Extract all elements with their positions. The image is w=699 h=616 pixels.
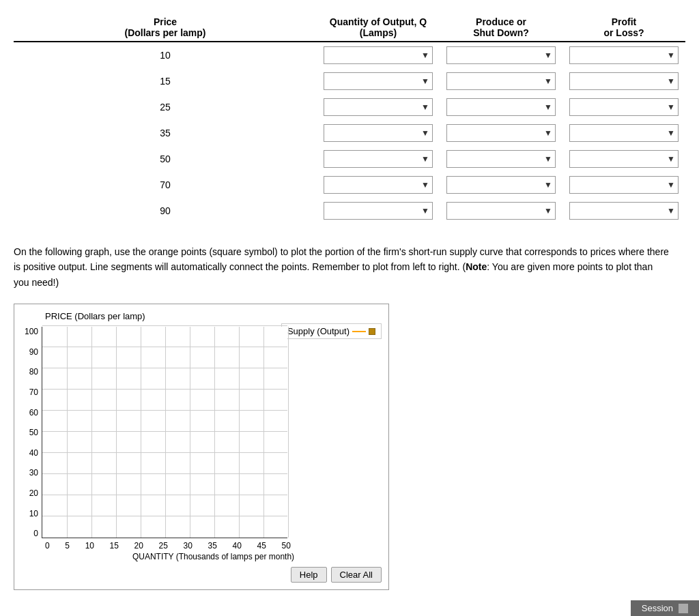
profit-dropdown[interactable]: ProfitLossBreak Even bbox=[570, 47, 678, 63]
x-label: 30 bbox=[184, 541, 192, 551]
quantity-dropdown[interactable]: 012345678910 bbox=[324, 99, 432, 115]
quantity-cell[interactable]: 012345678910▼ bbox=[317, 172, 440, 198]
y-label: 20 bbox=[21, 488, 38, 498]
session-label: Session bbox=[642, 603, 673, 604]
y-label: 0 bbox=[21, 529, 38, 538]
x-label: 0 bbox=[45, 541, 50, 551]
produce-cell[interactable]: ProduceShut Down▼ bbox=[440, 146, 562, 172]
grid-line-vertical bbox=[214, 327, 215, 538]
profit-cell[interactable]: ProfitLossBreak Even▼ bbox=[562, 120, 685, 146]
produce-dropdown[interactable]: ProduceShut Down bbox=[447, 99, 555, 115]
instruction-text: On the following graph, use the orange p… bbox=[14, 244, 669, 290]
price-cell: 10 bbox=[14, 42, 317, 68]
produce-dropdown[interactable]: ProduceShut Down bbox=[447, 47, 555, 63]
graph-container[interactable]: PRICE (Dollars per lamp) Supply (Output)… bbox=[14, 304, 389, 590]
profit-cell[interactable]: ProfitLossBreak Even▼ bbox=[562, 146, 685, 172]
x-label: 50 bbox=[282, 541, 291, 551]
col-header-profit: Profit or Loss? bbox=[562, 14, 685, 42]
graph-buttons: Help Clear All bbox=[21, 567, 382, 583]
x-label: 10 bbox=[85, 541, 94, 551]
grid-line-vertical bbox=[165, 327, 166, 538]
price-cell: 70 bbox=[14, 172, 317, 198]
profit-dropdown[interactable]: ProfitLossBreak Even bbox=[570, 73, 678, 89]
profit-cell[interactable]: ProfitLossBreak Even▼ bbox=[562, 68, 685, 94]
grid-line-vertical bbox=[190, 327, 190, 538]
x-label: 5 bbox=[65, 541, 70, 551]
y-label: 30 bbox=[21, 468, 38, 478]
x-label: 35 bbox=[208, 541, 217, 551]
quantity-dropdown[interactable]: 012345678910 bbox=[324, 177, 432, 193]
table-row: 70012345678910▼ProduceShut Down▼ProfitLo… bbox=[14, 172, 685, 198]
grid-line-vertical bbox=[67, 327, 68, 538]
y-label: 90 bbox=[21, 347, 38, 357]
table-row: 25012345678910▼ProduceShut Down▼ProfitLo… bbox=[14, 94, 685, 120]
clear-all-button[interactable]: Clear All bbox=[331, 567, 382, 583]
table-section: Price (Dollars per lamp) Quantity of Out… bbox=[14, 14, 685, 224]
col-header-price: Price (Dollars per lamp) bbox=[14, 14, 317, 42]
profit-dropdown[interactable]: ProfitLossBreak Even bbox=[570, 151, 678, 167]
data-table: Price (Dollars per lamp) Quantity of Out… bbox=[14, 14, 685, 224]
produce-cell[interactable]: ProduceShut Down▼ bbox=[440, 198, 562, 224]
grid-line-vertical bbox=[288, 327, 289, 538]
price-cell: 25 bbox=[14, 94, 317, 120]
y-label: 100 bbox=[21, 327, 38, 336]
profit-cell[interactable]: ProfitLossBreak Even▼ bbox=[562, 42, 685, 68]
profit-dropdown[interactable]: ProfitLossBreak Even bbox=[570, 203, 678, 219]
quantity-cell[interactable]: 012345678910▼ bbox=[317, 146, 440, 172]
chart-area: 0102030405060708090100 bbox=[21, 327, 382, 538]
produce-dropdown[interactable]: ProduceShut Down bbox=[447, 125, 555, 141]
quantity-cell[interactable]: 012345678910▼ bbox=[317, 68, 440, 94]
quantity-dropdown[interactable]: 012345678910 bbox=[324, 47, 432, 63]
quantity-dropdown[interactable]: 012345678910 bbox=[324, 125, 432, 141]
grid-line-vertical bbox=[116, 327, 117, 538]
session-bar: Session bbox=[631, 600, 699, 604]
produce-dropdown[interactable]: ProduceShut Down bbox=[447, 73, 555, 89]
quantity-cell[interactable]: 012345678910▼ bbox=[317, 94, 440, 120]
price-cell: 90 bbox=[14, 198, 317, 224]
produce-cell[interactable]: ProduceShut Down▼ bbox=[440, 120, 562, 146]
x-label: 40 bbox=[233, 541, 242, 551]
y-axis-labels: 0102030405060708090100 bbox=[21, 327, 42, 538]
chart-content[interactable] bbox=[42, 327, 382, 538]
profit-cell[interactable]: ProfitLossBreak Even▼ bbox=[562, 198, 685, 224]
price-cell: 50 bbox=[14, 146, 317, 172]
grid-line-vertical bbox=[239, 327, 240, 538]
table-row: 35012345678910▼ProduceShut Down▼ProfitLo… bbox=[14, 120, 685, 146]
profit-cell[interactable]: ProfitLossBreak Even▼ bbox=[562, 172, 685, 198]
profit-dropdown[interactable]: ProfitLossBreak Even bbox=[570, 125, 678, 141]
produce-cell[interactable]: ProduceShut Down▼ bbox=[440, 68, 562, 94]
help-button[interactable]: Help bbox=[291, 567, 327, 583]
quantity-dropdown[interactable]: 012345678910 bbox=[324, 203, 432, 219]
profit-dropdown[interactable]: ProfitLossBreak Even bbox=[570, 177, 678, 193]
grid-line-vertical bbox=[91, 327, 92, 538]
y-label: 70 bbox=[21, 387, 38, 397]
grid-line-horizontal bbox=[42, 325, 287, 326]
y-label: 50 bbox=[21, 428, 38, 437]
table-row: 10012345678910▼ProduceShut Down▼ProfitLo… bbox=[14, 42, 685, 68]
produce-dropdown[interactable]: ProduceShut Down bbox=[447, 177, 555, 193]
session-icon bbox=[679, 604, 688, 604]
produce-cell[interactable]: ProduceShut Down▼ bbox=[440, 172, 562, 198]
produce-cell[interactable]: ProduceShut Down▼ bbox=[440, 42, 562, 68]
grid-canvas[interactable] bbox=[42, 327, 287, 538]
quantity-dropdown[interactable]: 012345678910 bbox=[324, 73, 432, 89]
produce-dropdown[interactable]: ProduceShut Down bbox=[447, 151, 555, 167]
quantity-cell[interactable]: 012345678910▼ bbox=[317, 42, 440, 68]
profit-cell[interactable]: ProfitLossBreak Even▼ bbox=[562, 94, 685, 120]
quantity-cell[interactable]: 012345678910▼ bbox=[317, 198, 440, 224]
produce-cell[interactable]: ProduceShut Down▼ bbox=[440, 94, 562, 120]
price-cell: 35 bbox=[14, 120, 317, 146]
x-label: 15 bbox=[110, 541, 119, 551]
x-label: 25 bbox=[159, 541, 168, 551]
price-cell: 15 bbox=[14, 68, 317, 94]
quantity-cell[interactable]: 012345678910▼ bbox=[317, 120, 440, 146]
produce-dropdown[interactable]: ProduceShut Down bbox=[447, 203, 555, 219]
quantity-dropdown[interactable]: 012345678910 bbox=[324, 151, 432, 167]
grid-line-vertical bbox=[263, 327, 264, 538]
profit-dropdown[interactable]: ProfitLossBreak Even bbox=[570, 99, 678, 115]
x-label: 45 bbox=[257, 541, 266, 551]
col-header-quantity: Quantity of Output, Q (Lamps) bbox=[317, 14, 440, 42]
grid-line-vertical bbox=[141, 327, 141, 538]
table-row: 90012345678910▼ProduceShut Down▼ProfitLo… bbox=[14, 198, 685, 224]
table-row: 15012345678910▼ProduceShut Down▼ProfitLo… bbox=[14, 68, 685, 94]
